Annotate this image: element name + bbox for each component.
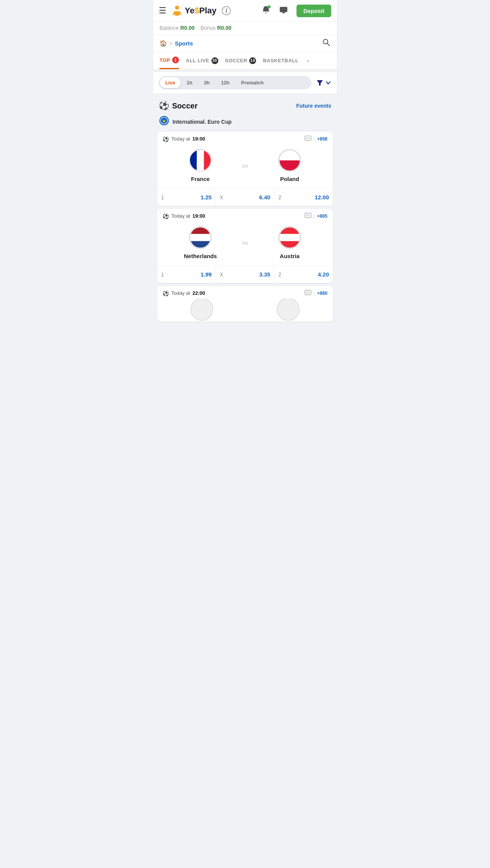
svg-rect-22 xyxy=(279,150,300,160)
tab-soccer-label: SOCCER xyxy=(225,58,248,63)
tab-soccer-badge: 14 xyxy=(249,57,256,64)
match1-odd-2[interactable]: 2 12.00 xyxy=(274,189,333,206)
match2-odd-1[interactable]: 1 1.99 xyxy=(157,266,216,283)
breadcrumb: 🏠 > Sports xyxy=(153,35,337,52)
match2-stats-icon xyxy=(305,213,311,219)
info-icon[interactable]: i xyxy=(222,6,231,15)
match2-home-team: Netherlands xyxy=(163,226,238,259)
svg-rect-4 xyxy=(280,7,287,12)
match2-vs: vs xyxy=(238,240,252,246)
match1-home-team: France xyxy=(163,149,238,182)
soccer-title-text: Soccer xyxy=(172,102,198,110)
match1-odd2-value: 12.00 xyxy=(314,194,329,200)
match3-stats-icon xyxy=(305,290,311,296)
match1-time: ⚽ Today at 19:00 xyxy=(163,136,205,142)
future-events-link[interactable]: Future events xyxy=(296,103,331,109)
match2-home-name: Netherlands xyxy=(184,253,217,259)
match2-odd-x[interactable]: X 3.35 xyxy=(216,266,275,283)
poland-flag-icon xyxy=(279,149,300,172)
match1-vs: vs xyxy=(238,163,252,169)
tabs-chevron-right-icon[interactable]: › xyxy=(307,57,309,64)
match1-stats-divider: | xyxy=(314,136,315,142)
search-icon[interactable] xyxy=(322,38,330,48)
match1-stats-icon xyxy=(305,136,311,142)
match1-odd-x[interactable]: X 6.40 xyxy=(216,189,275,206)
tab-soccer[interactable]: SOCCER 14 xyxy=(225,53,256,69)
match2-oddx-value: 3.35 xyxy=(259,271,270,278)
tab-all-live[interactable]: ALL LIVE 30 xyxy=(186,53,218,69)
breadcrumb-sports[interactable]: Sports xyxy=(175,40,193,47)
match1-odd1-value: 1.25 xyxy=(200,194,211,200)
chat-icon xyxy=(279,5,288,15)
svg-point-0 xyxy=(175,6,179,10)
filter-live[interactable]: Live xyxy=(160,77,181,88)
filter-prematch[interactable]: Prematch xyxy=(236,77,269,88)
match2-time: ⚽ Today at 19:00 xyxy=(163,213,205,219)
match3-away-flag xyxy=(277,299,300,321)
deposit-button[interactable]: Deposit xyxy=(297,5,331,17)
bonus-amount: R0.00 xyxy=(217,25,231,31)
match3-time-value: 22:00 xyxy=(192,290,205,296)
match3-time-row: ⚽ Today at 22:00 | +860 xyxy=(157,286,333,299)
filter-12h[interactable]: 12h xyxy=(216,77,235,88)
match1-oddx-label: X xyxy=(220,194,223,200)
match2-odd-2[interactable]: 2 4.20 xyxy=(274,266,333,283)
filter-options-button[interactable] xyxy=(316,79,331,87)
match-card-partial: ⚽ Today at 22:00 | +860 xyxy=(157,286,333,322)
match1-teams: France vs Poland xyxy=(157,144,333,188)
filter-3h[interactable]: 3h xyxy=(198,77,215,88)
tab-basketball-label: BASKETBALL xyxy=(263,58,298,63)
match2-odd2-value: 4.20 xyxy=(318,271,329,278)
svg-rect-20 xyxy=(204,150,211,171)
balance-label: Balance xyxy=(160,25,179,31)
league-name: International. Euro Cup xyxy=(172,119,232,125)
balance-amount: R0.00 xyxy=(180,25,194,31)
logo: Ye$Play xyxy=(170,4,216,18)
match1-odds: 1 1.25 X 6.40 2 12.00 xyxy=(157,188,333,206)
match3-time-label: Today at xyxy=(171,290,190,296)
match2-away-team: Austria xyxy=(252,226,327,259)
filter-pills: Live 1h 3h 12h Prematch xyxy=(159,76,311,89)
match3-home-flag xyxy=(190,299,213,321)
filter-row: Live 1h 3h 12h Prematch xyxy=(153,72,337,93)
league-icon: ★ xyxy=(159,115,169,128)
match2-stats-divider: | xyxy=(314,213,315,219)
league-row: ★ International. Euro Cup xyxy=(157,113,333,132)
match1-odd-1[interactable]: 1 1.25 xyxy=(157,189,216,206)
match1-odd2-label: 2 xyxy=(278,194,281,200)
soccer-section-header: ⚽ Soccer Future events xyxy=(157,97,333,113)
notification-bell[interactable] xyxy=(261,5,271,16)
match3-sport-icon: ⚽ xyxy=(163,290,169,296)
filter-1h[interactable]: 1h xyxy=(181,77,198,88)
tab-all-live-label: ALL LIVE xyxy=(186,58,210,63)
soccer-section-title: ⚽ Soccer xyxy=(159,101,198,111)
france-flag-icon xyxy=(190,149,211,172)
home-icon[interactable]: 🏠 xyxy=(160,40,167,47)
chat-button[interactable] xyxy=(279,5,288,16)
match2-plus-count: +865 xyxy=(317,213,327,219)
bell-dot xyxy=(268,5,271,8)
match3-teams xyxy=(157,299,333,322)
svg-marker-7 xyxy=(317,80,323,86)
tab-basketball[interactable]: BASKETBALL xyxy=(263,53,298,68)
match3-away-team xyxy=(249,299,327,321)
match-card-france-poland: ⚽ Today at 19:00 | +858 xyxy=(157,132,333,206)
match1-oddx-value: 6.40 xyxy=(259,194,270,200)
tab-top[interactable]: TOP 1 xyxy=(160,52,179,69)
match2-away-name: Austria xyxy=(280,253,300,259)
match1-stats: | +858 xyxy=(305,136,327,142)
tab-top-badge: 1 xyxy=(172,57,179,63)
soccer-icon: ⚽ xyxy=(159,101,169,111)
svg-rect-31 xyxy=(190,234,211,241)
svg-rect-18 xyxy=(190,150,197,171)
match2-odd2-label: 2 xyxy=(278,272,281,278)
match2-teams: Netherlands vs Austria xyxy=(157,221,333,265)
svg-rect-36 xyxy=(279,234,300,241)
header: ☰ Ye$Play i Deposit xyxy=(153,0,337,21)
match1-sport-icon: ⚽ xyxy=(163,136,169,142)
netherlands-flag-icon xyxy=(190,226,211,249)
match2-odd1-label: 1 xyxy=(161,272,164,278)
match2-time-label: Today at xyxy=(171,213,190,219)
menu-icon[interactable]: ☰ xyxy=(159,6,166,16)
match1-home-flag xyxy=(189,149,212,172)
